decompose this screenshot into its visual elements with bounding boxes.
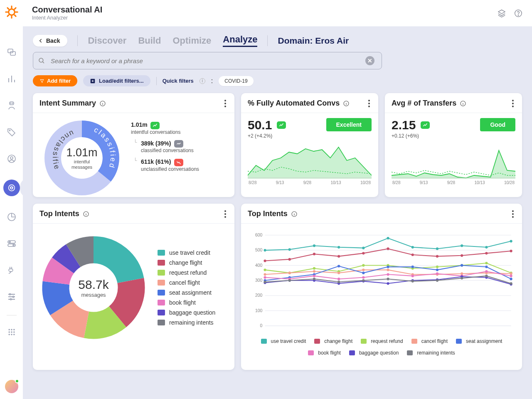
layers-icon[interactable]	[497, 9, 506, 18]
svg-point-105	[337, 265, 340, 267]
svg-point-93	[313, 270, 315, 273]
nav-user-icon[interactable]	[6, 153, 17, 165]
svg-point-26	[13, 332, 15, 333]
svg-point-21	[8, 329, 10, 330]
svg-point-75	[411, 254, 414, 256]
line-chart-legend: use travel creditchange flightrequest re…	[248, 338, 515, 356]
automated-delta: +2 (+4.2%)	[248, 133, 286, 139]
nav-report-icon[interactable]	[6, 211, 17, 223]
info-icon[interactable]	[99, 100, 106, 107]
svg-point-17	[12, 244, 14, 246]
intentful-value: 1.01m	[131, 121, 148, 128]
svg-point-96	[387, 268, 389, 271]
legend-item[interactable]: request refund	[361, 338, 403, 344]
search-icon	[38, 57, 45, 64]
card-menu-icon[interactable]	[510, 210, 515, 218]
trend-down-icon	[174, 159, 183, 166]
card-title: % Fully Automated Convs	[248, 99, 340, 108]
info-icon[interactable]	[291, 211, 298, 217]
svg-point-107	[387, 266, 389, 268]
nav-integrations-icon[interactable]	[6, 264, 17, 276]
svg-point-117	[362, 276, 365, 278]
nav-analytics-icon[interactable]	[6, 73, 17, 85]
svg-point-123	[510, 275, 512, 277]
svg-point-118	[387, 273, 389, 276]
help-icon[interactable]	[514, 9, 523, 18]
legend-item[interactable]: request refund	[158, 269, 215, 276]
svg-point-31	[518, 15, 518, 15]
svg-point-82	[313, 267, 315, 270]
svg-point-78	[485, 252, 488, 254]
legend-item[interactable]: cancel flight	[158, 279, 215, 286]
info-icon[interactable]	[460, 100, 466, 107]
back-button[interactable]: Back	[33, 35, 67, 47]
nav-sliders-icon[interactable]	[6, 291, 17, 303]
svg-point-140	[387, 278, 389, 280]
svg-point-5	[12, 103, 12, 103]
search-input[interactable]	[33, 52, 382, 69]
donut-total: 58.7k	[78, 278, 108, 292]
legend-item[interactable]: baggage question	[349, 350, 399, 356]
trend-up-icon	[277, 121, 286, 129]
legend-item[interactable]: seat assignment	[158, 289, 215, 296]
nav-agent-icon[interactable]	[6, 100, 17, 111]
trend-up-icon	[150, 122, 160, 129]
intent-total-value: 1.01m	[66, 146, 97, 159]
svg-point-76	[436, 255, 438, 258]
nav-toggle-icon[interactable]	[6, 238, 17, 249]
svg-point-29	[13, 334, 15, 335]
load-filters-button[interactable]: Load/edit filters...	[83, 75, 150, 86]
legend-item[interactable]: remaining intents	[407, 350, 455, 356]
nav-tag-icon[interactable]	[6, 126, 17, 138]
app-title: Conversational AI	[32, 5, 102, 15]
clear-search-icon[interactable]: ✕	[365, 56, 374, 65]
automated-sparkline	[248, 141, 372, 179]
card-menu-icon[interactable]	[223, 100, 228, 107]
svg-point-144	[485, 275, 488, 277]
tab-build[interactable]: Build	[138, 35, 161, 46]
svg-point-72	[337, 255, 340, 258]
tab-analyze[interactable]: Analyze	[223, 34, 257, 47]
legend-item[interactable]: baggage question	[158, 309, 215, 316]
quick-filter-chip[interactable]: COVID-19	[219, 76, 253, 86]
tab-optimize[interactable]: Optimize	[172, 35, 211, 46]
svg-point-32	[39, 58, 43, 62]
svg-point-20	[10, 298, 11, 300]
rating-pill: Good	[480, 118, 515, 131]
card-menu-icon[interactable]	[367, 100, 372, 107]
svg-point-22	[11, 329, 12, 330]
svg-text:400: 400	[255, 263, 263, 268]
svg-point-66	[461, 244, 463, 247]
svg-text:100: 100	[255, 308, 263, 313]
legend-item[interactable]: cancel flight	[411, 338, 448, 344]
card-transfers: Avg # of Transfers 2.15 +0.12 (+6%)	[385, 93, 522, 197]
svg-point-111	[485, 266, 488, 268]
svg-rect-3	[10, 102, 14, 105]
card-menu-icon[interactable]	[510, 100, 515, 107]
legend-item[interactable]: book flight	[308, 350, 341, 356]
card-menu-icon[interactable]	[223, 210, 228, 218]
svg-text:600: 600	[255, 233, 263, 237]
legend-item[interactable]: use travel credit	[261, 338, 306, 344]
svg-point-138	[337, 281, 340, 283]
svg-point-92	[288, 272, 291, 274]
svg-point-19	[12, 296, 14, 297]
user-avatar[interactable]	[5, 380, 18, 393]
nav-conversations-icon[interactable]	[6, 47, 17, 58]
legend-item[interactable]: book flight	[158, 299, 215, 306]
legend-item[interactable]: use travel credit	[158, 249, 215, 256]
add-filter-button[interactable]: Add filter	[33, 75, 77, 86]
legend-item[interactable]: seat assignment	[456, 338, 502, 344]
nav-intent-analyzer-icon[interactable]	[3, 180, 20, 196]
legend-item[interactable]: remaining intents	[158, 319, 215, 326]
svg-point-94	[337, 272, 340, 274]
tab-discover[interactable]: Discover	[88, 35, 126, 46]
info-icon[interactable]	[83, 211, 89, 217]
info-icon[interactable]	[343, 100, 350, 107]
legend-item[interactable]: change flight	[314, 338, 352, 344]
nav-apps-icon[interactable]	[6, 326, 17, 338]
legend-item[interactable]: change flight	[158, 259, 215, 266]
svg-point-109	[436, 268, 438, 271]
top-intents-line-chart: 0100200300400500600	[248, 229, 515, 337]
svg-point-12	[12, 187, 12, 187]
